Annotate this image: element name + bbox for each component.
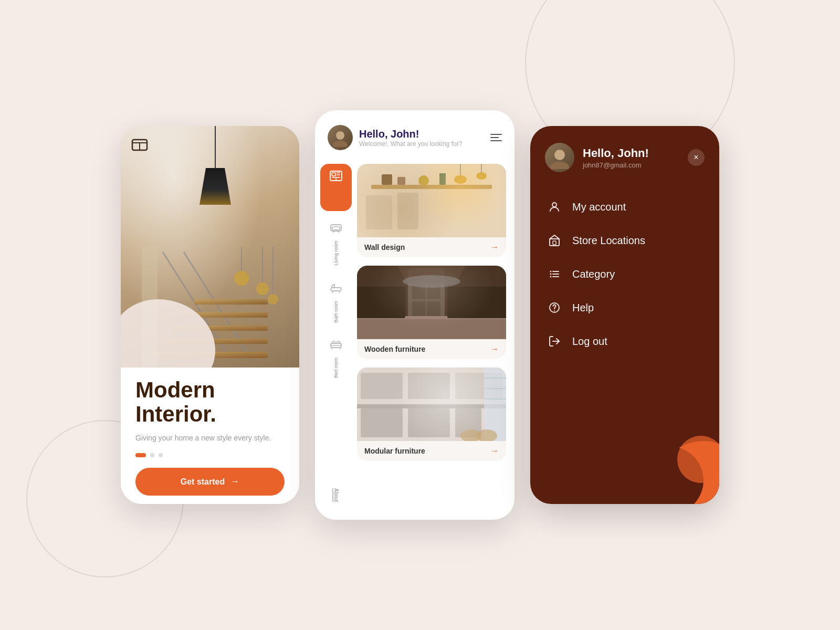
dot-3[interactable] xyxy=(159,453,163,457)
lamp-shade xyxy=(200,168,231,205)
svg-point-49 xyxy=(476,172,487,180)
svg-rect-54 xyxy=(412,272,440,299)
person-icon xyxy=(547,200,562,214)
my-account-label: My account xyxy=(572,201,626,213)
hamburger-menu-icon[interactable] xyxy=(490,134,502,141)
svg-rect-52 xyxy=(357,266,506,339)
svg-rect-66 xyxy=(357,404,506,408)
main-greeting-sub: Welcome!, What are you looking for? xyxy=(359,140,463,148)
help-label: Help xyxy=(572,302,594,314)
menu-decoration xyxy=(614,399,719,504)
screen-onboarding: Modern Interior. Giving your home a new … xyxy=(121,126,299,504)
svg-rect-20 xyxy=(332,173,335,176)
menu-item-help[interactable]: Help xyxy=(530,291,719,324)
wall-design-arrow-icon[interactable]: → xyxy=(490,243,499,252)
screen-menu: Hello, John! john87@gmail.com × My accou… xyxy=(530,126,719,504)
living-room-icon xyxy=(329,220,343,236)
sidebar-item-bath[interactable]: Bath room xyxy=(320,275,352,328)
onboarding-subtitle: Giving your home a new style every style… xyxy=(135,433,285,444)
svg-point-78 xyxy=(552,203,556,207)
svg-rect-37 xyxy=(337,341,340,343)
kitchen-icon xyxy=(329,169,343,184)
sidebar-item-kitchen[interactable]: Kitchen xyxy=(320,164,352,211)
svg-rect-57 xyxy=(357,318,506,339)
svg-rect-63 xyxy=(361,373,403,399)
get-started-label: Get started xyxy=(181,477,225,487)
lamp-cord xyxy=(215,126,216,168)
onboarding-content: Modern Interior. Giving your home a new … xyxy=(121,368,299,504)
svg-point-76 xyxy=(554,150,565,160)
dot-1[interactable] xyxy=(135,453,146,457)
svg-rect-64 xyxy=(408,373,450,399)
modular-furniture-name: Modular furniture xyxy=(364,447,425,455)
wooden-furniture-image xyxy=(357,266,506,339)
svg-rect-68 xyxy=(408,408,450,437)
svg-rect-65 xyxy=(455,373,502,399)
svg-rect-51 xyxy=(397,193,418,229)
svg-rect-45 xyxy=(439,173,446,185)
wooden-furniture-footer: Wooden furniture → xyxy=(357,339,506,359)
menu-item-logout[interactable]: Log out xyxy=(530,324,719,358)
deco-circle-3 xyxy=(677,436,719,483)
sidebar-bottom: About xyxy=(333,478,339,514)
modular-furniture-footer: Modular furniture → xyxy=(357,441,506,461)
close-icon: × xyxy=(694,153,698,162)
svg-rect-40 xyxy=(357,164,506,237)
hamburger-line-2 xyxy=(490,137,499,138)
get-started-button[interactable]: Get started → xyxy=(135,468,285,496)
wooden-furniture-name: Wooden furniture xyxy=(364,345,425,353)
menu-item-store-locations[interactable]: Store Locations xyxy=(530,224,719,257)
wooden-furniture-arrow-icon[interactable]: → xyxy=(490,344,499,354)
svg-point-77 xyxy=(550,162,569,169)
menu-item-my-account[interactable]: My account xyxy=(530,190,719,224)
svg-point-10 xyxy=(256,282,269,295)
onboarding-hero-image xyxy=(121,126,299,378)
menu-greeting: Hello, John! xyxy=(583,146,679,160)
store-icon xyxy=(547,233,562,248)
svg-rect-59 xyxy=(357,287,405,318)
menu-user-info: Hello, John! john87@gmail.com xyxy=(583,146,679,169)
svg-rect-41 xyxy=(371,185,492,189)
svg-rect-43 xyxy=(397,177,405,185)
svg-rect-42 xyxy=(382,174,392,185)
svg-rect-55 xyxy=(412,301,440,329)
living-label: Living room xyxy=(333,241,339,266)
screen-main: Hello, John! Welcome!, What are you look… xyxy=(315,110,514,520)
screens-container: Modern Interior. Giving your home a new … xyxy=(121,110,719,520)
menu-header: Hello, John! john87@gmail.com × xyxy=(530,126,719,185)
menu-close-button[interactable]: × xyxy=(688,149,705,166)
svg-point-8 xyxy=(234,271,249,286)
main-greeting: Hello, John! xyxy=(359,128,463,140)
svg-point-75 xyxy=(476,429,497,441)
ceiling-lamp xyxy=(200,126,231,205)
product-card-modular-furniture[interactable]: Modular furniture → xyxy=(357,368,506,461)
bed-label: Bed room xyxy=(333,358,339,378)
title-line2: Interior. xyxy=(135,402,216,426)
app-logo-icon xyxy=(131,136,148,157)
modular-furniture-arrow-icon[interactable]: → xyxy=(490,446,499,456)
menu-email: john87@gmail.com xyxy=(583,161,679,169)
svg-point-87 xyxy=(554,310,555,311)
kitchen-label: Kitchen xyxy=(333,188,339,206)
svg-point-81 xyxy=(550,274,552,275)
user-avatar[interactable] xyxy=(328,125,353,150)
sidebar-item-bed[interactable]: Bed room xyxy=(320,332,352,383)
about-label[interactable]: About xyxy=(333,488,339,502)
store-locations-label: Store Locations xyxy=(572,235,645,247)
product-card-wooden-furniture[interactable]: Wooden furniture → xyxy=(357,266,506,359)
bed-icon xyxy=(329,337,343,352)
wall-design-image xyxy=(357,164,506,237)
product-card-wall-design[interactable]: Wall design → xyxy=(357,164,506,257)
menu-item-category[interactable]: Category xyxy=(530,257,719,291)
svg-rect-58 xyxy=(357,316,506,319)
svg-point-18 xyxy=(333,141,348,147)
svg-rect-67 xyxy=(361,408,403,437)
hamburger-line-3 xyxy=(490,140,502,141)
svg-point-47 xyxy=(454,175,467,184)
product-list: Wall design → xyxy=(357,159,514,520)
svg-rect-6 xyxy=(194,299,268,304)
sidebar-item-living[interactable]: Living room xyxy=(320,215,352,271)
svg-rect-31 xyxy=(331,288,341,291)
dot-2[interactable] xyxy=(150,453,154,457)
bath-icon xyxy=(329,280,343,296)
